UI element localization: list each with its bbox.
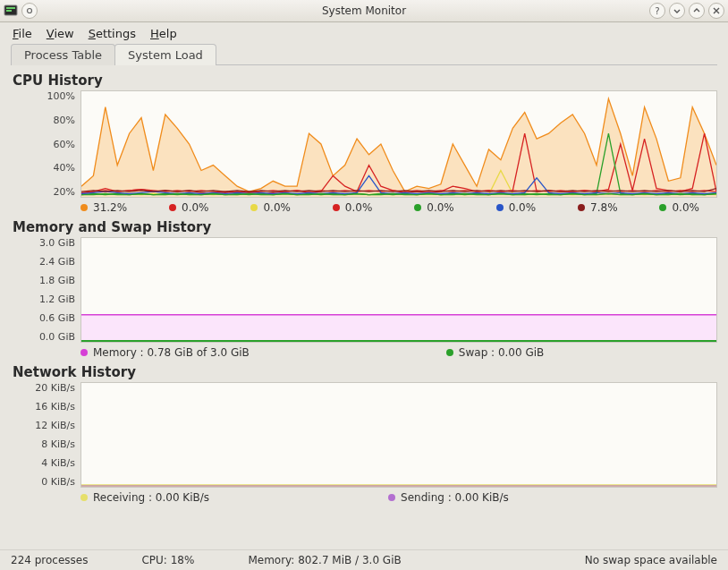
content-area: CPU History 100% 80% 60% 40% 20% 31.2%0.…	[0, 65, 728, 504]
cpu-legend-label: 0.0%	[345, 201, 373, 214]
pin-button[interactable]	[21, 3, 38, 19]
status-cpu: CPU: 18%	[141, 554, 194, 566]
cpu-legend-item: 7.8%	[578, 201, 618, 214]
svg-point-3	[28, 9, 32, 13]
svg-rect-1	[6, 7, 15, 9]
statusbar: 224 processes CPU: 18% Memory: 802.7 MiB…	[0, 549, 728, 570]
cpu-legend-item: 0.0%	[496, 201, 537, 214]
swap-swatch	[446, 349, 453, 356]
cpu-legend-item: 0.0%	[250, 201, 291, 214]
tab-strip: Process Table System Load	[11, 44, 717, 65]
tab-process-table[interactable]: Process Table	[11, 44, 115, 65]
recv-swatch	[80, 494, 88, 501]
cpu-chart: 100% 80% 60% 40% 20%	[11, 90, 717, 198]
cpu-swatch	[333, 204, 340, 211]
cpu-swatch	[496, 204, 504, 211]
cpu-legend-item: 0.0%	[659, 201, 699, 214]
status-swap: No swap space available	[585, 554, 717, 566]
network-yaxis: 20 KiB/s 16 KiB/s 12 KiB/s 8 KiB/s 4 KiB…	[11, 382, 80, 488]
cpu-legend-item: 31.2%	[80, 201, 127, 214]
menu-settings[interactable]: Settings	[83, 25, 141, 42]
menu-help[interactable]: Help	[145, 25, 182, 42]
cpu-legend-item: 0.0%	[414, 201, 454, 214]
memory-yaxis: 3.0 GiB 2.4 GiB 1.8 GiB 1.2 GiB 0.6 GiB …	[11, 237, 80, 343]
menubar: File View Settings Help	[0, 22, 728, 44]
app-icon	[4, 4, 18, 18]
tab-system-load[interactable]: System Load	[114, 44, 216, 65]
cpu-yaxis: 100% 80% 60% 40% 20%	[11, 90, 80, 198]
cpu-legend-item: 0.0%	[169, 201, 209, 214]
network-legend: Receiving : 0.00 KiB/s Sending : 0.00 Ki…	[11, 491, 717, 504]
minimize-button[interactable]	[669, 3, 685, 19]
cpu-plot	[80, 90, 717, 198]
network-chart: 20 KiB/s 16 KiB/s 12 KiB/s 8 KiB/s 4 KiB…	[11, 382, 717, 488]
cpu-legend-item: 0.0%	[333, 201, 373, 214]
section-title-network: Network History	[13, 364, 717, 380]
swap-legend-label: Swap : 0.00 GiB	[459, 346, 544, 359]
cpu-legend-label: 0.0%	[182, 201, 209, 214]
menu-file[interactable]: File	[7, 25, 38, 42]
menu-view[interactable]: View	[41, 25, 80, 42]
cpu-legend-label: 7.8%	[590, 201, 618, 214]
cpu-swatch	[169, 204, 176, 211]
section-title-cpu: CPU History	[13, 72, 717, 89]
window-titlebar: System Monitor ?	[0, 0, 728, 22]
section-title-memory: Memory and Swap History	[13, 219, 717, 235]
cpu-legend-label: 0.0%	[427, 201, 454, 214]
memory-legend-label: Memory : 0.78 GiB of 3.0 GiB	[93, 346, 250, 359]
cpu-swatch	[578, 204, 585, 211]
memory-legend: Memory : 0.78 GiB of 3.0 GiB Swap : 0.00…	[11, 346, 717, 359]
cpu-legend-label: 0.0%	[263, 201, 291, 214]
send-swatch	[388, 494, 395, 501]
cpu-legend-label: 0.0%	[509, 201, 537, 214]
maximize-button[interactable]	[689, 3, 705, 19]
svg-rect-4	[81, 315, 716, 342]
cpu-swatch	[80, 204, 88, 211]
cpu-legend-label: 0.0%	[672, 201, 699, 214]
svg-rect-2	[6, 10, 12, 12]
help-button[interactable]: ?	[649, 3, 665, 19]
send-legend-label: Sending : 0.00 KiB/s	[401, 491, 509, 504]
memory-plot	[80, 237, 717, 343]
cpu-swatch	[250, 204, 258, 211]
network-plot	[80, 382, 717, 488]
recv-legend-label: Receiving : 0.00 KiB/s	[93, 491, 209, 504]
status-memory: Memory: 802.7 MiB / 3.0 GiB	[248, 554, 401, 566]
cpu-swatch	[414, 204, 421, 211]
status-processes: 224 processes	[11, 554, 88, 566]
close-button[interactable]	[708, 3, 724, 19]
cpu-legend-label: 31.2%	[93, 201, 127, 214]
memory-chart: 3.0 GiB 2.4 GiB 1.8 GiB 1.2 GiB 0.6 GiB …	[11, 237, 717, 343]
cpu-legend: 31.2%0.0%0.0%0.0%0.0%0.0%7.8%0.0%	[11, 201, 717, 214]
cpu-swatch	[659, 204, 666, 211]
window-title: System Monitor	[0, 4, 728, 17]
memory-swatch	[80, 349, 88, 356]
